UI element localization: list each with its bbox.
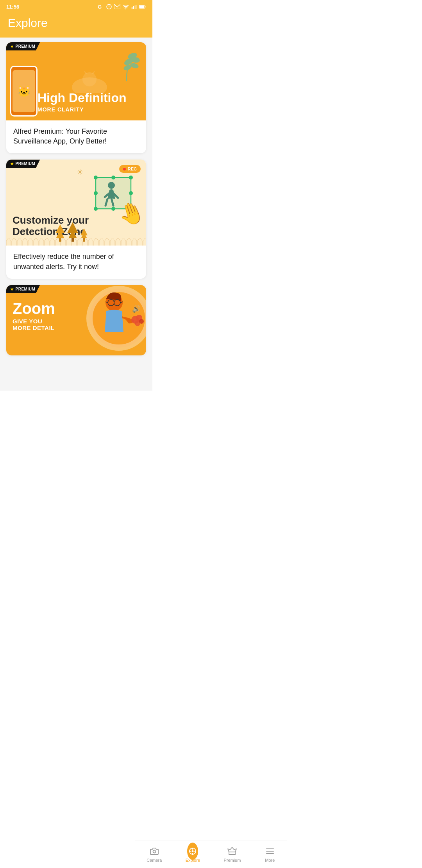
fence-decoration <box>6 238 146 246</box>
card2-desc-text: Effectively reduce the number of unwante… <box>13 252 139 271</box>
svg-point-25 <box>129 191 133 195</box>
card3-image: ★ PREMIUM Zoom GIVE YOU MORE DETAIL <box>6 285 146 355</box>
premium-badge-2: ★ PREMIUM <box>6 160 40 168</box>
svg-text:G: G <box>98 4 102 10</box>
plant-decoration <box>111 46 142 90</box>
star-icon-2: ★ <box>10 161 14 166</box>
svg-point-16 <box>82 72 97 86</box>
svg-point-19 <box>129 176 133 179</box>
card-detection-zone[interactable]: ★ PREMIUM REC Customize yourDetection Zo… <box>6 160 146 278</box>
svg-rect-4 <box>132 7 132 9</box>
rec-label: REC <box>128 167 137 171</box>
svg-point-3 <box>125 8 126 9</box>
svg-rect-6 <box>135 5 136 9</box>
cat-decoration <box>72 66 107 95</box>
svg-point-18 <box>94 176 98 179</box>
star-icon-3: ★ <box>10 287 14 291</box>
detection-zone-illustration: 🤚 <box>90 174 141 218</box>
card3-text: Zoom GIVE YOU MORE DETAIL <box>13 301 55 331</box>
battery-icon <box>139 4 146 9</box>
card1-description: Alfred Premium: Your Favorite Surveillan… <box>6 120 146 153</box>
premium-badge-1: ★ PREMIUM <box>6 42 40 50</box>
phone-mockup: 🐱 <box>10 66 38 117</box>
card1-image: ★ PREMIUM High Definition MORE CLARITY 🐱 <box>6 42 146 120</box>
svg-point-22 <box>111 176 115 179</box>
svg-rect-9 <box>139 5 144 8</box>
sound-icon: 🔊 <box>132 305 141 313</box>
card3-title: Zoom <box>13 301 55 316</box>
phone-inner: 🐱 <box>13 70 35 112</box>
gmail-icon <box>114 4 120 9</box>
status-icons: G <box>98 4 146 10</box>
google-icon: G <box>98 4 104 10</box>
signal-icon <box>131 4 137 9</box>
card3-sub1: GIVE YOU <box>13 318 55 325</box>
card-high-definition[interactable]: ★ PREMIUM High Definition MORE CLARITY 🐱 <box>6 42 146 153</box>
svg-point-20 <box>94 207 98 211</box>
card2-description: Effectively reduce the number of unwante… <box>6 246 146 278</box>
card1-desc-text: Alfred Premium: Your Favorite Surveillan… <box>13 127 139 146</box>
magnify-illustration <box>72 285 146 355</box>
card1-subtitle: MORE CLARITY <box>38 106 127 113</box>
page-title: Explore <box>8 16 145 30</box>
rec-badge: REC <box>119 165 141 173</box>
status-time: 11:56 <box>6 4 19 10</box>
svg-point-24 <box>94 191 98 195</box>
svg-point-23 <box>111 207 115 211</box>
svg-point-26 <box>108 182 115 189</box>
star-icon: ★ <box>10 44 14 48</box>
card3-sub2: MORE DETAIL <box>13 325 55 331</box>
svg-rect-5 <box>133 6 134 9</box>
wifi-icon <box>123 4 129 9</box>
content-area: ★ PREMIUM High Definition MORE CLARITY 🐱 <box>0 38 152 391</box>
premium-badge-3: ★ PREMIUM <box>6 285 40 293</box>
notification-icon <box>106 4 112 9</box>
status-bar: 11:56 G <box>0 0 152 13</box>
header: Explore <box>0 13 152 38</box>
svg-rect-7 <box>136 5 137 9</box>
card-zoom[interactable]: ★ PREMIUM Zoom GIVE YOU MORE DETAIL <box>6 285 146 355</box>
svg-point-37 <box>139 319 144 324</box>
card2-image: ★ PREMIUM REC Customize yourDetection Zo… <box>6 160 146 246</box>
sun-decoration: ☀ <box>77 167 84 177</box>
rec-dot <box>123 168 126 170</box>
